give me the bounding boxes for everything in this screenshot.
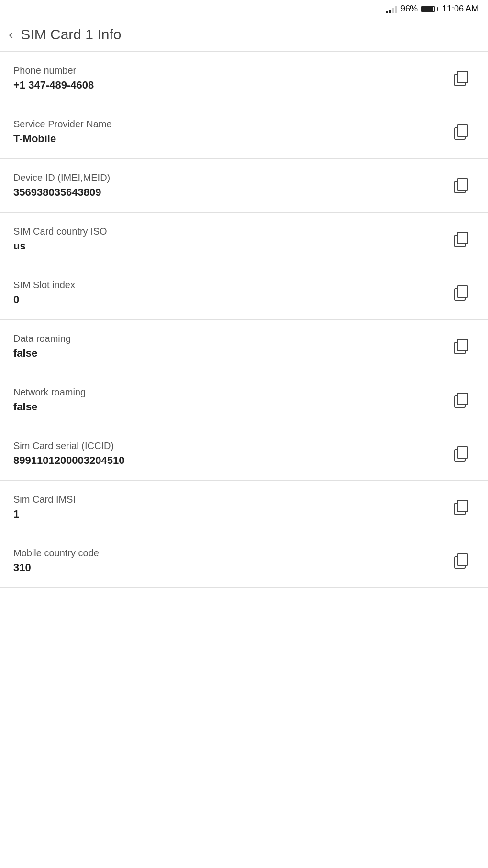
info-label: Service Provider Name: [13, 119, 112, 130]
back-button[interactable]: ‹: [9, 27, 13, 42]
info-value: us: [13, 240, 107, 252]
info-label: SIM Slot index: [13, 280, 75, 291]
info-row: Sim Card IMSI1: [0, 481, 488, 534]
copy-icon: [454, 393, 468, 408]
copy-icon: [454, 500, 468, 515]
info-label: SIM Card country ISO: [13, 226, 107, 237]
info-value: 0: [13, 293, 75, 306]
info-value: 1: [13, 508, 76, 520]
copy-button[interactable]: [449, 334, 474, 359]
info-row: SIM Slot index0: [0, 266, 488, 320]
copy-icon: [454, 285, 468, 301]
info-content: Sim Card IMSI1: [13, 494, 76, 520]
copy-button[interactable]: [449, 388, 474, 413]
info-value: +1 347-489-4608: [13, 79, 94, 91]
info-row: Data roamingfalse: [0, 320, 488, 373]
info-label: Sim Card IMSI: [13, 494, 76, 505]
info-row: Sim Card serial (ICCID)89911012000032045…: [0, 427, 488, 481]
info-row: Device ID (IMEI,MEID)356938035643809: [0, 159, 488, 213]
info-content: Mobile country code310: [13, 548, 99, 574]
info-content: Data roamingfalse: [13, 333, 71, 360]
back-arrow-icon: ‹: [9, 27, 13, 42]
info-content: SIM Slot index0: [13, 280, 75, 306]
info-label: Device ID (IMEI,MEID): [13, 172, 110, 183]
copy-icon: [454, 339, 468, 354]
copy-icon: [454, 553, 468, 569]
info-content: Phone number+1 347-489-4608: [13, 65, 94, 91]
info-row: SIM Card country ISOus: [0, 213, 488, 266]
battery-percent: 96%: [400, 4, 418, 14]
copy-button[interactable]: [449, 281, 474, 305]
info-label: Data roaming: [13, 333, 71, 344]
copy-button[interactable]: [449, 66, 474, 91]
info-value: 8991101200003204510: [13, 454, 124, 467]
copy-button[interactable]: [449, 120, 474, 145]
copy-icon: [454, 232, 468, 247]
status-bar: 96% 11:06 AM: [0, 0, 488, 18]
info-label: Sim Card serial (ICCID): [13, 440, 124, 451]
info-value: false: [13, 347, 71, 360]
info-label: Network roaming: [13, 387, 86, 398]
copy-button[interactable]: [449, 495, 474, 520]
copy-icon: [454, 178, 468, 193]
info-row: Service Provider NameT-Mobile: [0, 105, 488, 159]
copy-icon: [454, 71, 468, 86]
battery-icon: [421, 6, 438, 12]
copy-button[interactable]: [449, 441, 474, 466]
info-row: Mobile country code310: [0, 534, 488, 588]
info-row: Phone number+1 347-489-4608: [0, 52, 488, 105]
clock: 11:06 AM: [442, 4, 478, 14]
copy-button[interactable]: [449, 549, 474, 574]
info-row: Network roamingfalse: [0, 373, 488, 427]
info-content: Sim Card serial (ICCID)89911012000032045…: [13, 440, 124, 467]
info-label: Phone number: [13, 65, 94, 76]
copy-button[interactable]: [449, 227, 474, 252]
info-content: Device ID (IMEI,MEID)356938035643809: [13, 172, 110, 199]
info-value: 356938035643809: [13, 186, 110, 199]
info-content: Service Provider NameT-Mobile: [13, 119, 112, 145]
info-label: Mobile country code: [13, 548, 99, 559]
header: ‹ SIM Card 1 Info: [0, 18, 488, 52]
copy-button[interactable]: [449, 173, 474, 198]
copy-icon: [454, 124, 468, 140]
info-value: false: [13, 401, 86, 413]
info-value: T-Mobile: [13, 133, 112, 145]
signal-icon: [386, 5, 397, 13]
page-title: SIM Card 1 Info: [21, 26, 121, 43]
info-content: SIM Card country ISOus: [13, 226, 107, 252]
info-content: Network roamingfalse: [13, 387, 86, 413]
info-list: Phone number+1 347-489-4608 Service Prov…: [0, 52, 488, 588]
info-value: 310: [13, 562, 99, 574]
copy-icon: [454, 446, 468, 462]
